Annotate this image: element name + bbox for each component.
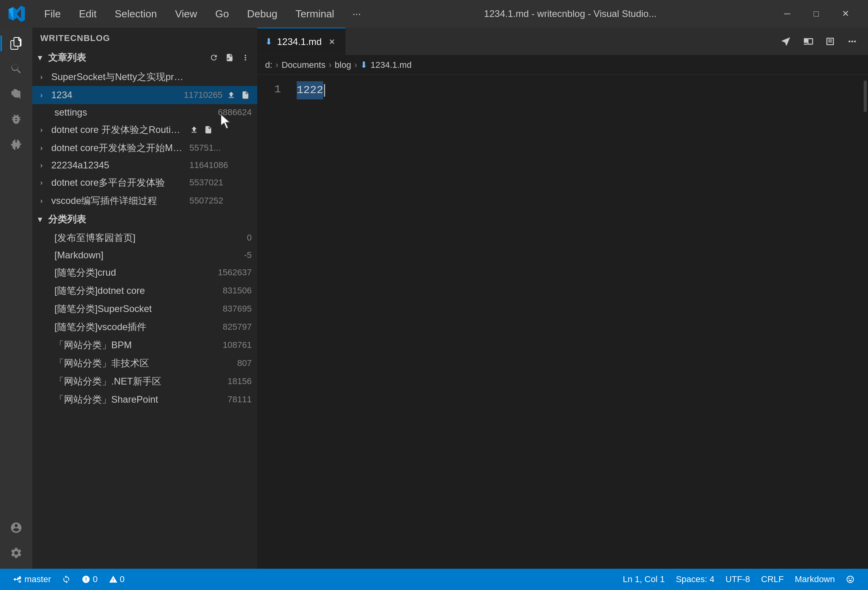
category-markdown-count: -5 [244,250,252,260]
tab-close-button[interactable]: ✕ [326,36,337,47]
status-line-ending[interactable]: CRLF [756,574,789,584]
debug-icon [10,113,22,125]
tree-item-dotnet-mvc-id: 55751... [189,143,221,153]
status-encoding[interactable]: UTF-8 [720,574,756,584]
category-markdown-label: [Markdown] [54,250,240,261]
account-icon [10,521,22,534]
status-branch[interactable]: master [8,569,56,590]
menu-view[interactable]: View [168,6,204,22]
breadcrumb-documents[interactable]: Documents [282,60,326,70]
activity-item-source-control[interactable] [4,82,28,106]
menu-debug[interactable]: Debug [240,6,284,22]
file-button[interactable] [239,89,252,101]
category-vscode-label: [随笔分类]vscode插件 [54,321,219,333]
tree-item-vscode-plugin[interactable]: › vscode编写插件详细过程 5507252 [32,192,257,210]
tree-subitem-settings[interactable]: settings 6886624 [32,104,257,121]
tree-item-dotnet-routing[interactable]: › dotnet core 开发体验之Routing ...⬆ [32,121,257,139]
editor-scrollbar[interactable] [862,79,868,565]
warnings-label: 0 [120,574,125,584]
upload-icon [227,91,236,99]
new-file-button[interactable] [223,50,237,65]
upload-routing-button[interactable] [188,123,200,136]
branch-label: master [24,574,51,584]
category-supersocket[interactable]: [随笔分类]SuperSocket 837695 [32,300,257,318]
close-button[interactable]: ✕ [831,0,860,28]
category-crud[interactable]: [随笔分类]crud 1562637 [32,263,257,282]
status-sync[interactable] [56,569,76,590]
category-sharepoint-count: 78111 [228,394,252,405]
tab-1234-md-label: 1234.1.md [277,36,322,47]
category-supersocket-count: 837695 [223,304,252,314]
category-non-tech[interactable]: 「网站分类」非技术区 807 [32,354,257,372]
status-language[interactable]: Markdown [789,574,840,584]
activity-item-extensions[interactable] [4,133,28,156]
refresh-button[interactable] [207,50,221,65]
category-homepage[interactable]: [发布至博客园首页] 0 [32,229,257,247]
minimize-button[interactable]: ─ [773,0,802,28]
menu-edit[interactable]: Edit [72,6,104,22]
category-markdown[interactable]: [Markdown] -5 [32,247,257,263]
maximize-button[interactable]: □ [802,0,831,28]
breadcrumb-d[interactable]: d: [265,60,272,70]
menu-file[interactable]: File [37,6,68,22]
category-dotnet-core[interactable]: [随笔分类]dotnet core 831506 [32,282,257,300]
editor-content[interactable]: 1 1222 [257,75,868,569]
sync-icon [62,575,71,584]
chevron-down-icon: ▾ [38,215,46,224]
tree-item-dotnet-mvc-label: dotnet core开发体验之开始MVC [51,142,185,154]
chevron-right-icon: › [40,179,49,187]
menu-selection[interactable]: Selection [108,6,164,22]
more-editor-actions-button[interactable] [843,32,862,51]
activity-bar [0,28,32,569]
category-dotnet-new-label: 「网站分类」.NET新手区 [54,375,224,388]
activity-item-debug[interactable] [4,107,28,131]
category-vscode[interactable]: [随笔分类]vscode插件 825797 [32,318,257,336]
breadcrumb-sep-2: › [329,60,331,70]
upload-button[interactable] [225,89,238,101]
menu-more[interactable]: ··· [345,6,368,22]
status-position[interactable]: Ln 1, Col 1 [617,574,670,584]
editor-line-1[interactable]: 1222 [297,81,862,99]
scrollbar-thumb[interactable] [864,80,867,112]
activity-item-explorer[interactable] [4,32,28,55]
tab-1234-md[interactable]: ⬇ 1234.1.md ✕ [257,28,346,55]
status-warnings[interactable]: 0 [103,569,130,590]
chevron-right-icon: › [40,91,49,99]
breadcrumb-file[interactable]: 1234.1.md [370,60,412,70]
tab-bar: ⬇ 1234.1.md ✕ [257,28,868,55]
more-actions-button[interactable] [238,50,253,65]
activity-item-settings[interactable] [4,541,28,565]
tree-item-1234[interactable]: › 1234 11710265 [32,86,257,104]
encoding-label: UTF-8 [726,574,750,584]
status-feedback[interactable] [840,575,860,584]
menu-go[interactable]: Go [208,6,236,22]
editor-layout-icon [825,36,836,47]
editor-lines[interactable]: 1222 [289,79,862,565]
refresh-icon [210,53,218,62]
menu-terminal[interactable]: Terminal [288,6,341,22]
source-control-toolbar-button[interactable] [776,32,795,51]
split-editor-button[interactable] [799,32,817,51]
category-crud-count: 1562637 [218,267,252,278]
breadcrumb-blog[interactable]: blog [335,60,351,70]
category-bpm[interactable]: 「网站分类」BPM 108761 [32,336,257,354]
file-routing-button[interactable] [202,123,215,136]
status-spaces[interactable]: Spaces: 4 [670,574,720,584]
status-errors[interactable]: 0 [76,569,103,590]
editor-layout-button[interactable] [821,32,840,51]
tree-item-1234-label: 1234 [51,90,180,101]
tab-dirty-icon: ⬇ [265,37,272,47]
tree-item-dotnet-multi[interactable]: › dotnet core多平台开发体验 5537021 [32,174,257,192]
status-right: Ln 1, Col 1 Spaces: 4 UTF-8 CRLF Markdow… [617,574,860,584]
tree-item-supersocket[interactable]: › SuperSocket与Netty之实现protobuf协... [32,68,257,86]
tree-item-dotnet-mvc[interactable]: › dotnet core开发体验之开始MVC 55751... [32,139,257,157]
activity-item-search[interactable] [4,57,28,80]
activity-item-account[interactable] [4,516,28,540]
category-sharepoint[interactable]: 「网站分类」SharePoint 78111 [32,390,257,409]
category-vscode-count: 825797 [223,322,252,332]
section-articles[interactable]: ▾ 文章列表 [32,47,257,68]
sidebar: WRITECNBLOG ▾ 文章列表 [32,28,257,569]
category-dotnet-new[interactable]: 「网站分类」.NET新手区 18156 [32,372,257,390]
tree-item-22234[interactable]: › 22234a12345 11641086 [32,157,257,174]
section-categories[interactable]: ▾ 分类列表 [32,210,257,229]
